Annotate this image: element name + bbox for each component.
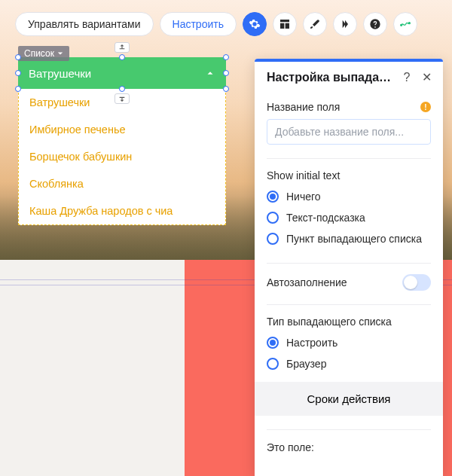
dropdown-item[interactable]: Борщечок бабушкин <box>19 143 225 170</box>
layout-icon[interactable] <box>273 12 297 36</box>
radio-indicator <box>267 233 279 245</box>
dropdown-type-label: Тип выпадающего списка <box>267 316 431 328</box>
brush-icon[interactable] <box>303 12 327 36</box>
autofill-label: Автозаполнение <box>267 276 347 288</box>
close-icon[interactable]: ✕ <box>420 72 432 84</box>
radio-label: Браузер <box>286 358 326 370</box>
radio-label: Настроить <box>286 337 337 349</box>
settings-icon[interactable] <box>243 12 267 36</box>
chevron-down-icon <box>57 50 63 56</box>
dropdown-widget: Ватрушечки Ватрушечки Имбирное печенье Б… <box>18 57 226 225</box>
selection-tag-label: Список <box>24 48 54 59</box>
configure-button[interactable]: Настроить <box>160 12 237 36</box>
svg-point-0 <box>401 24 402 26</box>
warning-icon: ! <box>420 102 431 112</box>
autofill-toggle[interactable] <box>402 274 431 291</box>
svg-point-1 <box>408 23 410 24</box>
radio-type-browser[interactable]: Браузер <box>267 353 431 374</box>
panel-header: Настройка выпадаю… ? ✕ <box>255 62 443 93</box>
radio-none[interactable]: Ничего <box>267 186 431 207</box>
panel-title: Настройка выпадаю… <box>267 71 393 84</box>
radio-hint[interactable]: Текст-подсказка <box>267 207 431 228</box>
this-field-label: Это поле: <box>267 441 314 453</box>
radio-label: Пункт выпадающего списка <box>286 233 422 245</box>
radio-type-configure[interactable]: Настроить <box>267 332 431 353</box>
dropdown-list: Ватрушечки Имбирное печенье Борщечок баб… <box>18 89 226 225</box>
radio-item[interactable]: Пункт выпадающего списка <box>267 228 431 249</box>
dropdown-item[interactable]: Каша Дружба народов с чиа <box>19 197 225 224</box>
dropdown-header[interactable]: Ватрушечки <box>18 57 226 89</box>
selection-tag[interactable]: Список <box>18 46 69 61</box>
deadlines-button[interactable]: Сроки действия <box>255 382 443 416</box>
radio-indicator <box>267 191 279 203</box>
dropdown-selected-label: Ватрушечки <box>29 67 91 80</box>
radio-indicator <box>267 212 279 224</box>
dropdown-item[interactable]: Ватрушечки <box>19 89 225 116</box>
field-name-label: Название поля <box>267 101 340 113</box>
radio-label: Ничего <box>286 191 321 203</box>
animation-icon[interactable] <box>333 12 357 36</box>
radio-indicator <box>267 358 279 370</box>
panel-help-icon[interactable]: ? <box>401 72 413 84</box>
radio-label: Текст-подсказка <box>286 212 365 224</box>
show-initial-label: Show initial text <box>267 169 431 182</box>
dropdown-item[interactable]: Скоблянка <box>19 170 225 197</box>
settings-panel: Настройка выпадаю… ? ✕ Название поля ! S… <box>255 59 443 476</box>
field-name-input[interactable] <box>267 119 431 145</box>
squiggle-icon[interactable] <box>393 12 417 36</box>
dropdown-item[interactable]: Имбирное печенье <box>19 116 225 143</box>
top-toolbar: Управлять вариантами Настроить <box>15 12 417 36</box>
manage-variants-button[interactable]: Управлять вариантами <box>15 12 154 36</box>
help-icon[interactable] <box>363 12 387 36</box>
radio-indicator <box>267 337 279 349</box>
chevron-up-icon <box>205 68 215 78</box>
